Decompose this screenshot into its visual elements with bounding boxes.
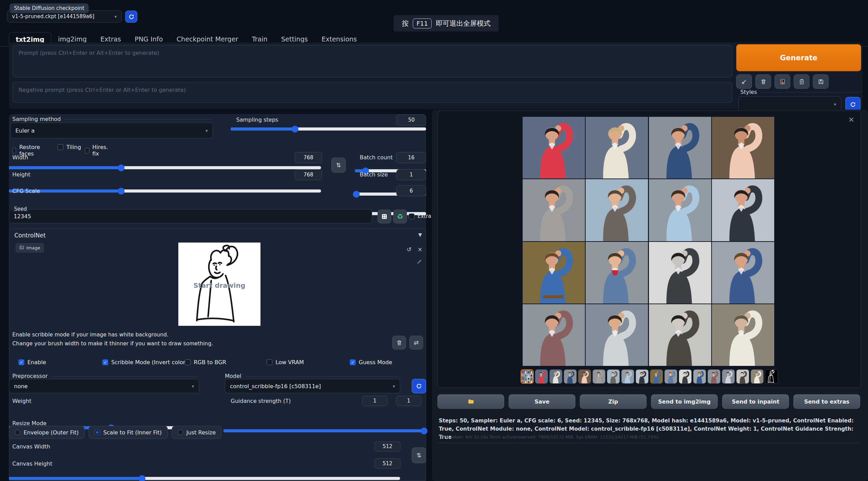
zip-button[interactable]: Zip bbox=[580, 394, 647, 409]
gallery-thumbnails bbox=[521, 369, 778, 384]
gallery-image-12[interactable] bbox=[712, 242, 774, 304]
preprocessor-select[interactable]: none ▾ bbox=[9, 379, 199, 393]
toggle-tiling[interactable]: Tiling bbox=[58, 144, 81, 150]
thumbnail-6[interactable] bbox=[607, 369, 620, 384]
gallery-image-3[interactable] bbox=[649, 117, 711, 178]
save-button[interactable]: Save bbox=[509, 394, 575, 409]
controlnet-image-tab[interactable]: Image bbox=[16, 243, 44, 252]
floppy-button[interactable] bbox=[813, 74, 829, 89]
thumbnail-12[interactable] bbox=[693, 369, 706, 384]
cn-checkbox-low-vram[interactable]: Low VRAM bbox=[267, 359, 304, 366]
gallery-image-7[interactable] bbox=[649, 179, 711, 241]
send-to-img2img-button[interactable]: Send to img2img bbox=[651, 394, 718, 409]
checkbox-label: Low VRAM bbox=[276, 359, 304, 366]
thumbnail-4[interactable] bbox=[578, 369, 591, 384]
brush-icon[interactable] bbox=[417, 259, 422, 266]
cn-checkbox-enable[interactable]: ✓Enable bbox=[18, 359, 46, 366]
random-seed-button[interactable] bbox=[378, 210, 391, 223]
thumbnail-8[interactable] bbox=[636, 369, 649, 384]
seed-input[interactable]: 12345 bbox=[9, 209, 372, 223]
thumbnail-10[interactable] bbox=[664, 369, 677, 384]
width-slider[interactable] bbox=[9, 166, 321, 169]
send-to-inpaint-button[interactable]: Send to inpaint bbox=[722, 394, 789, 409]
batch-count-input[interactable]: 16 bbox=[396, 152, 426, 163]
gallery-image-14[interactable] bbox=[586, 304, 648, 366]
thumbnail-9[interactable] bbox=[650, 369, 663, 384]
resize-option-envelope-outer-fit-[interactable]: Envelope (Outer Fit) bbox=[9, 426, 85, 439]
checkpoint-refresh-button[interactable] bbox=[125, 11, 137, 23]
thumbnail-11[interactable] bbox=[679, 369, 692, 384]
controlnet-canvas[interactable]: Start drawing bbox=[178, 243, 260, 326]
clear-canvas-button[interactable] bbox=[392, 336, 406, 349]
weight-input[interactable]: 1 bbox=[362, 396, 387, 406]
negative-prompt-input[interactable]: Negative prompt (press Ctrl+Enter or Alt… bbox=[12, 82, 732, 103]
gallery-image-8[interactable] bbox=[712, 179, 774, 241]
resize-option-scale-to-fit-inner-fit-[interactable]: Scale to Fit (Inner Fit) bbox=[89, 426, 168, 439]
sampling-steps-input[interactable]: 50 bbox=[397, 114, 426, 125]
send-to-extras-button[interactable]: Send to extras bbox=[793, 394, 860, 409]
swap-canvas-button[interactable]: ⇅ bbox=[412, 447, 426, 463]
thumbnail-1[interactable] bbox=[535, 369, 548, 384]
generate-button[interactable]: Generate bbox=[736, 44, 861, 71]
swap-dimensions-button[interactable]: ⇅ bbox=[331, 158, 346, 173]
guidance-strength-slider[interactable] bbox=[224, 429, 424, 432]
transfer-canvas-button[interactable]: ⇄ bbox=[409, 336, 423, 349]
thumbnail-2[interactable] bbox=[549, 369, 562, 384]
gallery-close-icon[interactable]: × bbox=[848, 115, 854, 124]
thumbnail-14[interactable] bbox=[722, 369, 735, 384]
thumbnail-15[interactable] bbox=[736, 369, 749, 384]
controlnet-collapse-icon[interactable]: ▼ bbox=[418, 232, 422, 237]
prompt-input[interactable]: Prompt (press Ctrl+Enter or Alt+Enter to… bbox=[12, 45, 732, 77]
seed-extra-checkbox[interactable]: Extra bbox=[409, 213, 431, 219]
thumbnail-13[interactable] bbox=[707, 369, 720, 384]
sampling-method-value: Euler a bbox=[15, 127, 35, 134]
cn-checkbox-scribble-mode-invert-colors-[interactable]: ✓Scribble Mode (Invert colors) bbox=[102, 359, 190, 366]
chevron-down-icon: ▾ bbox=[393, 384, 395, 389]
reuse-seed-button[interactable]: ♻ bbox=[393, 210, 407, 223]
gallery-image-2[interactable] bbox=[586, 117, 648, 178]
resize-option-just-resize[interactable]: Just Resize bbox=[172, 426, 222, 439]
cfg-scale-input[interactable]: 6 bbox=[396, 185, 426, 196]
canvas-width-input[interactable]: 512 bbox=[374, 441, 400, 452]
gallery-image-6[interactable] bbox=[586, 179, 648, 241]
styles-label: Styles bbox=[740, 89, 757, 95]
model-refresh-button[interactable] bbox=[412, 379, 426, 393]
arrow-down-left-button[interactable]: ↙ bbox=[736, 74, 752, 89]
gallery-image-11[interactable] bbox=[649, 242, 711, 304]
cn-checkbox-rgb-to-bgr[interactable]: RGB to BGR bbox=[185, 359, 226, 366]
clipboard-button[interactable] bbox=[794, 74, 809, 89]
gallery-image-10[interactable] bbox=[586, 242, 648, 304]
width-input[interactable]: 768 bbox=[295, 152, 322, 163]
canvas-width-slider[interactable] bbox=[9, 477, 400, 480]
radio-label: Envelope (Outer Fit) bbox=[24, 429, 79, 436]
guidance-strength-input[interactable]: 1 bbox=[396, 396, 421, 406]
gallery-image-16[interactable] bbox=[712, 304, 774, 366]
generate-toolbar: ↙ bbox=[736, 74, 829, 89]
thumbnail-3[interactable] bbox=[564, 369, 577, 384]
gallery-image-4[interactable] bbox=[712, 117, 774, 178]
height-input[interactable]: 768 bbox=[295, 169, 322, 180]
height-slider[interactable] bbox=[9, 189, 321, 193]
gallery-image-9[interactable] bbox=[523, 242, 585, 304]
controlnet-model-select[interactable]: control_scribble-fp16 [c508311e] ▾ bbox=[225, 379, 400, 393]
cn-checkbox-guess-mode[interactable]: ✓Guess Mode bbox=[350, 359, 392, 366]
thumbnail-16[interactable] bbox=[751, 369, 764, 384]
card-button[interactable] bbox=[775, 74, 790, 89]
gallery-image-13[interactable] bbox=[523, 304, 585, 366]
sampling-steps-slider[interactable] bbox=[231, 127, 426, 131]
thumbnail-7[interactable] bbox=[621, 369, 634, 384]
batch-size-input[interactable]: 1 bbox=[396, 169, 426, 180]
gallery-image-15[interactable] bbox=[649, 304, 711, 366]
sampling-method-select[interactable]: Euler a ▾ bbox=[10, 123, 213, 138]
thumbnail-scribble[interactable] bbox=[765, 369, 778, 384]
canvas-height-input[interactable]: 512 bbox=[374, 458, 400, 469]
close-icon[interactable]: × bbox=[418, 246, 422, 253]
gallery-image-1[interactable] bbox=[523, 117, 585, 178]
gallery-image-5[interactable] bbox=[523, 179, 585, 241]
thumbnail-grid[interactable] bbox=[521, 369, 534, 384]
trash-button[interactable] bbox=[755, 74, 771, 89]
toggle-hires-fix[interactable]: Hires. fix bbox=[85, 144, 110, 157]
undo-icon[interactable]: ↺ bbox=[407, 246, 411, 253]
thumbnail-5[interactable] bbox=[592, 369, 605, 384]
open-folder-button[interactable] bbox=[437, 394, 504, 409]
